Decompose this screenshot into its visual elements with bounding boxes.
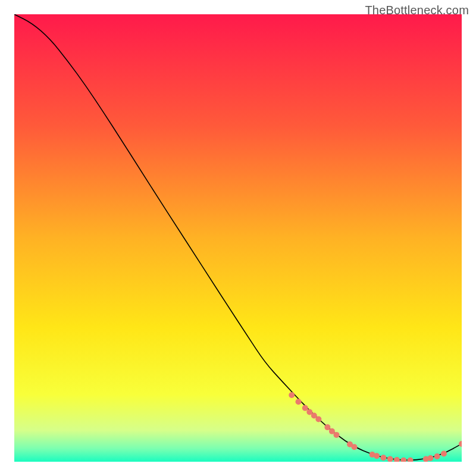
marker-point [296,399,302,405]
bottleneck-chart [14,14,462,462]
marker-point [374,453,380,459]
marker-point [434,453,440,459]
marker-point [441,450,447,456]
marker-point [352,444,358,450]
marker-point [302,405,308,411]
marker-point [324,424,330,430]
marker-point [315,416,321,422]
chart-container [14,14,462,462]
chart-background [14,14,462,462]
marker-point [289,392,295,398]
marker-point [427,455,433,461]
marker-point [380,455,386,461]
watermark-text: TheBottleneck.com [365,4,469,17]
marker-point [333,432,339,438]
